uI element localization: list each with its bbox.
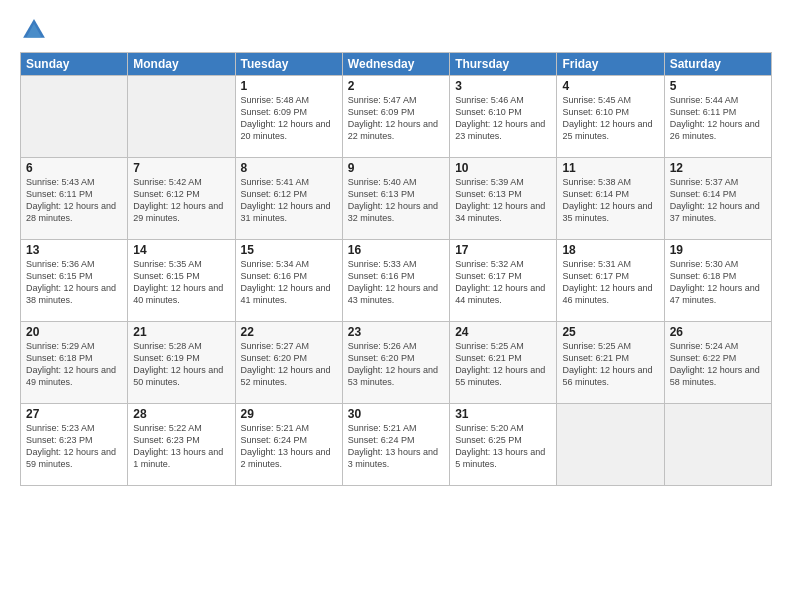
logo [20,16,54,44]
day-info: Sunrise: 5:33 AM Sunset: 6:16 PM Dayligh… [348,258,444,307]
weekday-header-monday: Monday [128,53,235,76]
day-number: 29 [241,407,337,421]
day-number: 1 [241,79,337,93]
calendar-cell: 8Sunrise: 5:41 AM Sunset: 6:12 PM Daylig… [235,158,342,240]
calendar-cell [664,404,771,486]
day-info: Sunrise: 5:26 AM Sunset: 6:20 PM Dayligh… [348,340,444,389]
calendar-cell: 11Sunrise: 5:38 AM Sunset: 6:14 PM Dayli… [557,158,664,240]
day-info: Sunrise: 5:40 AM Sunset: 6:13 PM Dayligh… [348,176,444,225]
calendar-cell: 29Sunrise: 5:21 AM Sunset: 6:24 PM Dayli… [235,404,342,486]
day-number: 17 [455,243,551,257]
day-info: Sunrise: 5:28 AM Sunset: 6:19 PM Dayligh… [133,340,229,389]
day-number: 26 [670,325,766,339]
day-number: 18 [562,243,658,257]
day-number: 11 [562,161,658,175]
calendar-cell: 23Sunrise: 5:26 AM Sunset: 6:20 PM Dayli… [342,322,449,404]
calendar-cell: 6Sunrise: 5:43 AM Sunset: 6:11 PM Daylig… [21,158,128,240]
calendar-cell: 5Sunrise: 5:44 AM Sunset: 6:11 PM Daylig… [664,76,771,158]
day-number: 31 [455,407,551,421]
day-number: 24 [455,325,551,339]
day-info: Sunrise: 5:38 AM Sunset: 6:14 PM Dayligh… [562,176,658,225]
day-info: Sunrise: 5:22 AM Sunset: 6:23 PM Dayligh… [133,422,229,471]
day-number: 4 [562,79,658,93]
day-number: 10 [455,161,551,175]
calendar-cell: 30Sunrise: 5:21 AM Sunset: 6:24 PM Dayli… [342,404,449,486]
day-number: 8 [241,161,337,175]
day-info: Sunrise: 5:31 AM Sunset: 6:17 PM Dayligh… [562,258,658,307]
day-number: 3 [455,79,551,93]
calendar-cell: 31Sunrise: 5:20 AM Sunset: 6:25 PM Dayli… [450,404,557,486]
day-number: 21 [133,325,229,339]
day-info: Sunrise: 5:37 AM Sunset: 6:14 PM Dayligh… [670,176,766,225]
day-number: 30 [348,407,444,421]
day-number: 25 [562,325,658,339]
header [20,16,772,44]
day-info: Sunrise: 5:32 AM Sunset: 6:17 PM Dayligh… [455,258,551,307]
day-info: Sunrise: 5:24 AM Sunset: 6:22 PM Dayligh… [670,340,766,389]
day-info: Sunrise: 5:30 AM Sunset: 6:18 PM Dayligh… [670,258,766,307]
calendar-cell [557,404,664,486]
page: SundayMondayTuesdayWednesdayThursdayFrid… [0,0,792,612]
calendar-week-row: 27Sunrise: 5:23 AM Sunset: 6:23 PM Dayli… [21,404,772,486]
calendar-cell: 16Sunrise: 5:33 AM Sunset: 6:16 PM Dayli… [342,240,449,322]
day-number: 28 [133,407,229,421]
calendar-week-row: 20Sunrise: 5:29 AM Sunset: 6:18 PM Dayli… [21,322,772,404]
day-number: 20 [26,325,122,339]
day-info: Sunrise: 5:42 AM Sunset: 6:12 PM Dayligh… [133,176,229,225]
calendar-cell: 12Sunrise: 5:37 AM Sunset: 6:14 PM Dayli… [664,158,771,240]
calendar-cell: 3Sunrise: 5:46 AM Sunset: 6:10 PM Daylig… [450,76,557,158]
day-info: Sunrise: 5:39 AM Sunset: 6:13 PM Dayligh… [455,176,551,225]
day-number: 15 [241,243,337,257]
weekday-header-wednesday: Wednesday [342,53,449,76]
day-info: Sunrise: 5:21 AM Sunset: 6:24 PM Dayligh… [348,422,444,471]
calendar-cell: 24Sunrise: 5:25 AM Sunset: 6:21 PM Dayli… [450,322,557,404]
day-info: Sunrise: 5:29 AM Sunset: 6:18 PM Dayligh… [26,340,122,389]
day-info: Sunrise: 5:36 AM Sunset: 6:15 PM Dayligh… [26,258,122,307]
day-number: 7 [133,161,229,175]
day-number: 27 [26,407,122,421]
calendar-cell: 22Sunrise: 5:27 AM Sunset: 6:20 PM Dayli… [235,322,342,404]
calendar-cell: 15Sunrise: 5:34 AM Sunset: 6:16 PM Dayli… [235,240,342,322]
calendar-cell: 10Sunrise: 5:39 AM Sunset: 6:13 PM Dayli… [450,158,557,240]
day-number: 22 [241,325,337,339]
day-number: 14 [133,243,229,257]
weekday-header-thursday: Thursday [450,53,557,76]
calendar-cell: 19Sunrise: 5:30 AM Sunset: 6:18 PM Dayli… [664,240,771,322]
day-number: 9 [348,161,444,175]
day-info: Sunrise: 5:21 AM Sunset: 6:24 PM Dayligh… [241,422,337,471]
day-number: 19 [670,243,766,257]
calendar-cell: 21Sunrise: 5:28 AM Sunset: 6:19 PM Dayli… [128,322,235,404]
weekday-header-friday: Friday [557,53,664,76]
day-number: 13 [26,243,122,257]
calendar-cell: 25Sunrise: 5:25 AM Sunset: 6:21 PM Dayli… [557,322,664,404]
calendar-cell: 7Sunrise: 5:42 AM Sunset: 6:12 PM Daylig… [128,158,235,240]
day-number: 16 [348,243,444,257]
calendar-week-row: 13Sunrise: 5:36 AM Sunset: 6:15 PM Dayli… [21,240,772,322]
day-number: 12 [670,161,766,175]
calendar-cell: 1Sunrise: 5:48 AM Sunset: 6:09 PM Daylig… [235,76,342,158]
calendar-cell: 27Sunrise: 5:23 AM Sunset: 6:23 PM Dayli… [21,404,128,486]
day-number: 2 [348,79,444,93]
calendar-cell: 17Sunrise: 5:32 AM Sunset: 6:17 PM Dayli… [450,240,557,322]
day-info: Sunrise: 5:25 AM Sunset: 6:21 PM Dayligh… [562,340,658,389]
day-info: Sunrise: 5:44 AM Sunset: 6:11 PM Dayligh… [670,94,766,143]
day-number: 5 [670,79,766,93]
weekday-header-sunday: Sunday [21,53,128,76]
calendar-cell: 13Sunrise: 5:36 AM Sunset: 6:15 PM Dayli… [21,240,128,322]
calendar-cell: 26Sunrise: 5:24 AM Sunset: 6:22 PM Dayli… [664,322,771,404]
calendar-week-row: 1Sunrise: 5:48 AM Sunset: 6:09 PM Daylig… [21,76,772,158]
calendar-cell: 20Sunrise: 5:29 AM Sunset: 6:18 PM Dayli… [21,322,128,404]
weekday-header-row: SundayMondayTuesdayWednesdayThursdayFrid… [21,53,772,76]
calendar-cell: 28Sunrise: 5:22 AM Sunset: 6:23 PM Dayli… [128,404,235,486]
calendar-cell: 2Sunrise: 5:47 AM Sunset: 6:09 PM Daylig… [342,76,449,158]
day-number: 6 [26,161,122,175]
calendar-cell [21,76,128,158]
calendar: SundayMondayTuesdayWednesdayThursdayFrid… [20,52,772,486]
calendar-cell: 4Sunrise: 5:45 AM Sunset: 6:10 PM Daylig… [557,76,664,158]
day-info: Sunrise: 5:34 AM Sunset: 6:16 PM Dayligh… [241,258,337,307]
calendar-cell: 9Sunrise: 5:40 AM Sunset: 6:13 PM Daylig… [342,158,449,240]
weekday-header-tuesday: Tuesday [235,53,342,76]
day-info: Sunrise: 5:48 AM Sunset: 6:09 PM Dayligh… [241,94,337,143]
day-info: Sunrise: 5:25 AM Sunset: 6:21 PM Dayligh… [455,340,551,389]
calendar-cell: 14Sunrise: 5:35 AM Sunset: 6:15 PM Dayli… [128,240,235,322]
